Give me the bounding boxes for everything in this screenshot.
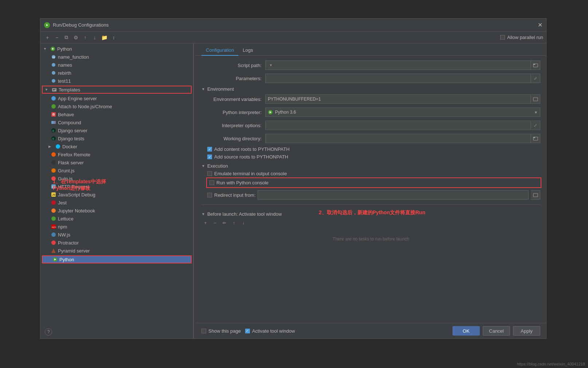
close-button[interactable]: ✕ [538, 22, 542, 28]
launch-remove-btn[interactable]: − [211, 219, 219, 227]
templates-group[interactable]: ▼ Templates [42, 86, 192, 94]
env-variables-row: Environment variables: [201, 94, 540, 104]
svg-rect-11 [53, 90, 55, 91]
add-content-roots-checkbox[interactable] [207, 147, 212, 152]
help-button[interactable]: ? [45, 328, 52, 336]
tree-item-docker[interactable]: ▶ Docker [40, 142, 193, 150]
parameters-expand-btn[interactable]: ⤢ [531, 74, 540, 83]
svg-point-24 [51, 160, 56, 165]
python-group[interactable]: ▼ Python [40, 45, 193, 53]
tree-item-behave[interactable]: B Behave [40, 110, 193, 118]
tree-item-npm[interactable]: npm npm [40, 223, 193, 231]
svg-point-37 [51, 240, 56, 245]
tree-item-names[interactable]: names [40, 61, 193, 69]
nwjs-label: NW.js [58, 232, 70, 238]
move-up-button[interactable]: ↑ [81, 34, 89, 42]
dialog-title: Run/Debug Configurations [53, 22, 109, 28]
tree-item-jest[interactable]: Jest [40, 199, 193, 207]
run-with-console-checkbox[interactable] [209, 180, 214, 185]
svg-point-36 [51, 232, 56, 237]
django-tests-icon: dj [51, 136, 56, 141]
tab-configuration[interactable]: Configuration [201, 45, 238, 56]
tree-item-grunt[interactable]: Grunt.js [40, 167, 193, 175]
redirect-input-field[interactable] [258, 190, 529, 200]
launch-add-btn[interactable]: + [201, 219, 209, 227]
add-source-roots-checkbox[interactable] [207, 154, 212, 159]
show-this-page-checkbox[interactable] [201, 329, 206, 333]
tree-item-name-function[interactable]: py name_function [40, 53, 193, 61]
env-variables-input[interactable] [265, 94, 531, 104]
working-directory-input[interactable] [265, 134, 531, 143]
redirect-input-checkbox[interactable] [207, 193, 212, 197]
before-launch-header[interactable]: ▼ Before launch: Activate tool window [201, 211, 540, 217]
parameters-row: Parameters: ⤢ [201, 73, 540, 83]
interpreter-options-input[interactable] [265, 121, 531, 130]
tree-item-rebirth[interactable]: rebirth [40, 69, 193, 77]
tree-item-django-tests[interactable]: dj Django tests [40, 134, 193, 142]
script-path-input[interactable] [276, 60, 531, 70]
environment-section-header[interactable]: ▼ Environment [201, 86, 540, 92]
svg-point-13 [51, 104, 56, 109]
tree-item-jupyter[interactable]: Jupyter Notebook [40, 207, 193, 215]
tree-item-test11[interactable]: test11 [40, 77, 193, 85]
redirect-input-browse-btn[interactable] [531, 190, 540, 200]
working-directory-browse-btn[interactable] [531, 134, 540, 143]
toolbar-buttons: + − ⧉ ⚙ ↑ ↓ 📁 ↕ [43, 34, 118, 42]
before-launch-section: ▼ Before launch: Activate tool window + … [201, 204, 540, 248]
svg-point-33 [51, 216, 56, 221]
script-path-dropdown-btn[interactable]: ▼ [265, 60, 276, 70]
svg-text:py: py [52, 56, 55, 59]
interpreter-options-expand-btn[interactable]: ⤢ [531, 121, 540, 130]
rebirth-label: rebirth [58, 70, 71, 76]
python-interpreter-dropdown[interactable]: Python 3.6 ▼ [265, 107, 540, 117]
tree-item-nodejs[interactable]: Attach to Node.js/Chrome [40, 102, 193, 110]
tab-logs[interactable]: Logs [238, 45, 257, 56]
execution-section-header[interactable]: ▼ Execution [201, 163, 540, 169]
settings-button[interactable]: ⚙ [72, 34, 80, 42]
launch-toolbar: + − ✏ ↑ ↓ [201, 219, 540, 227]
svg-rect-47 [533, 137, 535, 138]
no-tasks-message: There are no tasks to run before launch [201, 230, 540, 248]
tree-item-pyramid[interactable]: Pyramid server [40, 247, 193, 255]
allow-parallel-checkbox[interactable] [500, 35, 505, 40]
emulate-terminal-checkbox[interactable] [207, 171, 212, 176]
tree-item-js-debug[interactable]: JS JavaScript Debug [40, 191, 193, 199]
parameters-input[interactable] [265, 74, 531, 83]
python-group-icon [50, 46, 56, 52]
add-config-button[interactable]: + [43, 34, 51, 42]
tree-item-http[interactable]: API HTTP Request [40, 183, 193, 191]
apply-button[interactable]: Apply [513, 326, 540, 336]
show-this-page-label: Show this page [208, 328, 241, 334]
python-expand-arrow: ▼ [43, 47, 48, 51]
cancel-button[interactable]: Cancel [483, 326, 510, 336]
interpreter-options-label: Interpreter options: [201, 123, 265, 128]
tree-item-flask[interactable]: Flask server [40, 158, 193, 167]
activate-tool-window-checkbox[interactable] [245, 329, 250, 333]
protractor-icon [51, 240, 56, 246]
launch-down-btn[interactable]: ↓ [239, 219, 247, 227]
tree-item-firefox[interactable]: Firefox Remote [40, 150, 193, 158]
move-down-button[interactable]: ↓ [91, 34, 99, 42]
ok-button[interactable]: OK [452, 326, 480, 336]
names-label: names [58, 62, 72, 68]
remove-config-button[interactable]: − [53, 34, 61, 42]
tree-item-gulp[interactable]: Gulp.js [40, 175, 193, 183]
tree-item-compound[interactable]: Compound [40, 118, 193, 126]
sort-button[interactable]: ↕ [110, 34, 118, 42]
tree-item-django-server[interactable]: dj Django server [40, 126, 193, 134]
move-to-folder-button[interactable]: 📁 [100, 34, 108, 42]
compound-label: Compound [58, 120, 81, 125]
launch-edit-btn[interactable]: ✏ [220, 219, 228, 227]
tree-item-python-template[interactable]: Python [42, 255, 192, 263]
script-path-browse-btn[interactable] [531, 60, 540, 70]
tree-item-app-engine[interactable]: App Engine server [40, 94, 193, 102]
config-tree: ▼ Python py name_function name [40, 43, 193, 338]
django-tests-label: Django tests [58, 136, 84, 141]
env-variables-browse-btn[interactable] [531, 94, 540, 104]
copy-config-button[interactable]: ⧉ [62, 34, 70, 42]
svg-rect-48 [533, 193, 538, 197]
tree-item-protractor[interactable]: Protractor [40, 239, 193, 247]
launch-up-btn[interactable]: ↑ [230, 219, 238, 227]
tree-item-lettuce[interactable]: Lettuce [40, 215, 193, 223]
tree-item-nwjs[interactable]: NW.js [40, 231, 193, 239]
